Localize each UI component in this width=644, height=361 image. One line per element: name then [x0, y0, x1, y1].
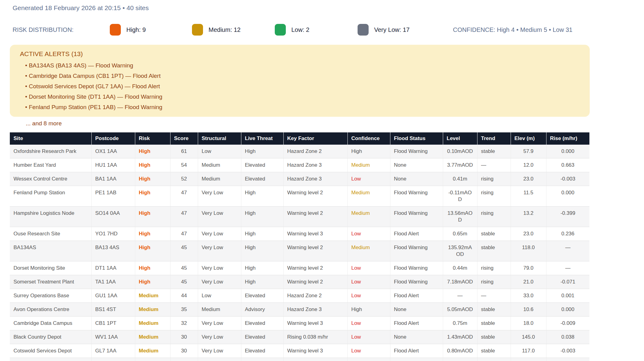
- cell-elev: 145.0: [511, 330, 546, 344]
- very-low-risk-swatch: [358, 24, 369, 36]
- cell-flood_status: Flood Alert: [390, 289, 443, 303]
- cell-trend: stable: [477, 241, 511, 261]
- cell-structural: Medium: [198, 303, 241, 317]
- cell-trend: stable: [477, 317, 511, 330]
- cell-site: BA134AS: [10, 241, 91, 261]
- cell-live_threat: High: [241, 227, 283, 241]
- cell-structural: Very Low: [198, 358, 241, 361]
- cell-postcode: CB1 1PT: [91, 317, 135, 330]
- cell-live_threat: High: [241, 261, 283, 275]
- col-header-site: Site: [10, 132, 91, 145]
- cell-score: 47: [170, 186, 198, 207]
- cell-site: Hampshire Logistics Node: [10, 207, 91, 227]
- cell-risk: High: [135, 158, 170, 172]
- cell-trend: stable: [477, 344, 511, 358]
- table-row: Fenland Pump StationPE1 1ABHigh47Very Lo…: [10, 186, 589, 207]
- cell-site: Humber East Yard: [10, 158, 91, 172]
- cell-live_threat: Elevated: [241, 344, 283, 358]
- cell-postcode: YO1 7HD: [91, 227, 135, 241]
- cell-trend: rising: [477, 261, 511, 275]
- cell-key_factor: Hazard Zone 3: [283, 303, 347, 317]
- alert-item: Fenland Pump Station (PE1 1AB) — Flood W…: [25, 102, 580, 112]
- cell-postcode: W3 6RS: [91, 358, 135, 361]
- cell-structural: Medium: [198, 172, 241, 186]
- cell-risk: Medium: [135, 344, 170, 358]
- cell-elev: 21.0: [511, 275, 546, 289]
- cell-live_threat: Advisory: [241, 303, 283, 317]
- cell-level: 2.65mAOD: [443, 358, 477, 361]
- cell-postcode: TA1 1AA: [91, 275, 135, 289]
- cell-confidence: Low: [347, 261, 390, 275]
- cell-score: 30: [170, 344, 198, 358]
- cell-site: Cotswold Services Depot: [10, 344, 91, 358]
- active-alerts-list: BA134AS (BA13 4AS) — Flood WarningCambri…: [20, 60, 580, 112]
- cell-rise: 0.021: [546, 358, 589, 361]
- cell-elev: 33.0: [511, 289, 546, 303]
- col-header-elev-m: Elev (m): [511, 132, 546, 145]
- cell-key_factor: Warning level 3: [283, 317, 347, 330]
- cell-key_factor: Warning level 2: [283, 241, 347, 261]
- cell-postcode: BS1 4ST: [91, 303, 135, 317]
- cell-risk: Medium: [135, 317, 170, 330]
- cell-flood_status: Flood Warning: [390, 207, 443, 227]
- cell-confidence: Medium: [347, 207, 390, 227]
- cell-level: 1.43mAOD: [443, 330, 477, 344]
- cell-confidence: Low: [347, 317, 390, 330]
- col-header-postcode: Postcode: [91, 132, 135, 145]
- cell-flood_status: None: [390, 303, 443, 317]
- cell-key_factor: Rising 0.038 m/hr: [283, 330, 347, 344]
- cell-structural: Medium: [198, 158, 241, 172]
- cell-structural: Very Low: [198, 344, 241, 358]
- cell-risk: Medium: [135, 358, 170, 361]
- cell-risk: High: [135, 186, 170, 207]
- cell-site: Fenland Pump Station: [10, 186, 91, 207]
- cell-flood_status: Flood Warning: [390, 145, 443, 158]
- cell-score: 32: [170, 317, 198, 330]
- cell-level: -0.11mAOD: [443, 186, 477, 207]
- cell-risk: High: [135, 275, 170, 289]
- cell-confidence: Low: [347, 289, 390, 303]
- cell-live_threat: Elevated: [241, 289, 283, 303]
- cell-level: 0.41m: [443, 172, 477, 186]
- generated-timestamp: Generated 18 February 2026 at 20:15 • 40…: [13, 4, 644, 12]
- table-row: Hampshire Logistics NodeSO14 0AAHigh47Ve…: [10, 207, 589, 227]
- col-header-confidence: Confidence: [347, 132, 390, 145]
- cell-key_factor: Warning level 2: [283, 186, 347, 207]
- legend-label-medium: Medium: 12: [209, 26, 241, 33]
- cell-elev: 18.0: [511, 317, 546, 330]
- cell-postcode: SO14 0AA: [91, 207, 135, 227]
- cell-trend: rising: [477, 207, 511, 227]
- table-row: Cotswold Services DepotGL7 1AAMedium30Ve…: [10, 344, 589, 358]
- cell-rise: —: [546, 241, 589, 261]
- cell-level: 0.44m: [443, 261, 477, 275]
- cell-rise: 0.663: [546, 158, 589, 172]
- cell-key_factor: Warning level 2: [283, 261, 347, 275]
- cell-flood_status: Flood Alert: [390, 358, 443, 361]
- cell-rise: -0.399: [546, 207, 589, 227]
- cell-level: 13.56mAOD: [443, 207, 477, 227]
- cell-confidence: High: [347, 303, 390, 317]
- cell-trend: stable: [477, 303, 511, 317]
- cell-score: 47: [170, 227, 198, 241]
- table-row: BA134ASBA13 4ASHigh45Very LowHighWarning…: [10, 241, 589, 261]
- legend-label-low: Low: 2: [291, 26, 309, 33]
- cell-level: 0.10mAOD: [443, 145, 477, 158]
- cell-key_factor: Hazard Zone 2: [283, 289, 347, 303]
- cell-live_threat: High: [241, 275, 283, 289]
- cell-flood_status: None: [390, 158, 443, 172]
- cell-flood_status: Flood Warning: [390, 275, 443, 289]
- cell-risk: Medium: [135, 289, 170, 303]
- cell-site: Greater London West Site: [10, 358, 91, 361]
- cell-trend: rising: [477, 275, 511, 289]
- cell-risk: High: [135, 207, 170, 227]
- cell-risk: Medium: [135, 303, 170, 317]
- cell-structural: Low: [198, 145, 241, 158]
- active-alerts-title: ACTIVE ALERTS (13): [20, 50, 580, 58]
- risk-distribution-label: RISK DISTRIBUTION:: [13, 26, 110, 33]
- cell-rise: 0.000: [546, 303, 589, 317]
- cell-confidence: Medium: [347, 158, 390, 172]
- cell-trend: rising: [477, 186, 511, 207]
- cell-postcode: BA13 4AS: [91, 241, 135, 261]
- table-row: Surrey Operations BaseGU1 1AAMedium44Low…: [10, 289, 589, 303]
- table-row: Wessex Control CentreBA1 1AAHigh52Medium…: [10, 172, 589, 186]
